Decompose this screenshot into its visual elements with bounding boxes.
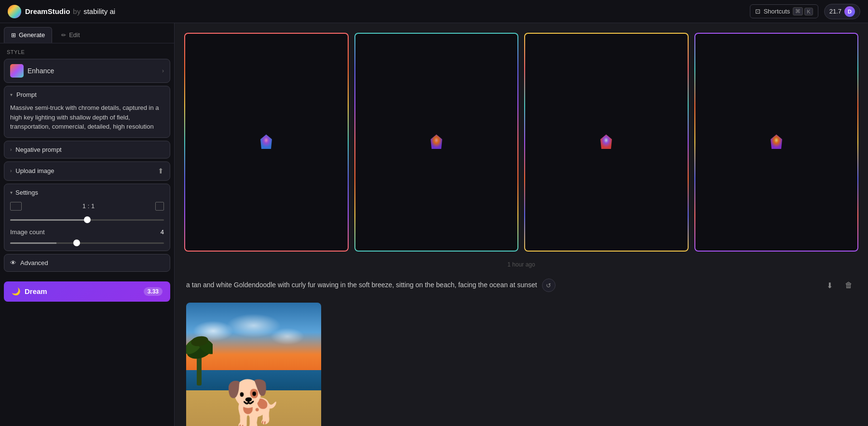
user-avatar: D [844,6,855,17]
image-count-label: Image count [10,228,45,236]
chevron-right-icon: › [162,67,164,74]
style-section-label: Style [4,49,170,55]
upload-collapse-icon: › [10,168,12,173]
style-selector[interactable]: Enhance › [4,59,170,83]
prompt-row-right: ⬇ 🗑 [822,278,856,293]
advanced-label: Advanced [20,259,48,266]
tab-generate[interactable]: ⊞ Generate [4,27,52,43]
prompt-row-left: a tan and white Goldendoodle with curly … [186,279,816,292]
prompt-label: Prompt [16,91,37,98]
negative-collapse-icon: › [10,147,12,152]
prompt-text[interactable]: Massive semi-truck with chrome details, … [10,103,164,132]
app-logo [8,5,21,18]
gen-card-inner-2 [355,34,518,251]
loading-gem-3 [597,133,615,151]
modifier-key: ⌘ [793,7,803,15]
edit-tab-label: Edit [69,31,80,39]
loading-gem-1 [258,133,275,151]
prompt-collapse-icon: ▾ [10,92,13,97]
prompt-header[interactable]: ▾ Prompt [4,86,170,103]
upload-label: Upload image [15,167,54,174]
header-left: DreamStudio by stability ai [8,5,115,18]
advanced-section[interactable]: 👁 Advanced [4,254,170,272]
advanced-header: 👁 Advanced [10,259,164,266]
keyboard-shortcut: ⌘ K [793,7,813,15]
credits-display[interactable]: 21.7 D [824,4,860,19]
dog-emoji: 🐕 [225,381,283,426]
monitor-icon: ⊡ [755,8,760,15]
aspect-landscape-icon [10,202,22,211]
redo-button[interactable]: ↺ [542,279,556,292]
prompt-display-text: a tan and white Goldendoodle with curly … [186,280,537,290]
dream-label: Dream [25,287,47,295]
aspect-ratio-row: 1 : 1 [10,202,164,211]
main-layout: ⊞ Generate ✏ Edit Style Enhance › ▾ [0,23,868,426]
loading-gem-4 [768,133,785,151]
settings-section: ▾ Settings 1 : 1 Image count 4 [4,184,170,251]
negative-prompt-label: Negative prompt [15,146,61,153]
style-selector-left: Enhance [10,64,54,78]
gen-card-1[interactable] [184,33,349,252]
loading-gem-2 [428,133,445,151]
upload-icon: ⬆ [158,167,164,175]
upload-left: › Upload image [10,167,54,174]
eye-icon: 👁 [10,259,16,266]
upload-section[interactable]: › Upload image ⬆ [4,161,170,181]
timestamp: 1 hour ago [184,261,858,268]
content-area: 1 hour ago a tan and white Goldendoodle … [175,23,868,426]
credits-value: 21.7 [829,8,841,15]
dream-button[interactable]: 🌙 Dream 3.33 [4,281,170,302]
shortcut-key: K [804,8,813,15]
dog-image-card[interactable]: 🐕 [186,303,321,426]
gen-card-4[interactable] [694,33,859,252]
prompt-section: ▾ Prompt Massive semi-truck with chrome … [4,86,170,138]
aspect-portrait-icon [155,202,164,211]
gen-card-inner-1 [185,34,348,251]
aspect-ratio-label: 1 : 1 [82,202,95,210]
tab-bar: ⊞ Generate ✏ Edit [0,23,174,43]
shortcuts-label: Shortcuts [763,8,790,15]
shortcuts-button[interactable]: ⊡ Shortcuts ⌘ K [750,4,818,18]
edit-tab-icon: ✏ [61,32,66,39]
generate-tab-icon: ⊞ [11,32,16,39]
prompt-display-row: a tan and white Goldendoodle with curly … [184,278,858,293]
stability-brand: stability ai [83,7,115,15]
aspect-ratio-slider[interactable] [10,219,164,221]
image-count-value: 4 [161,228,164,236]
generated-images-row: 🐕 [184,303,858,426]
download-button[interactable]: ⬇ [822,278,837,293]
delete-button[interactable]: 🗑 [841,278,856,293]
moon-icon: 🌙 [12,287,21,296]
style-name: Enhance [27,67,54,75]
negative-prompt-section: › Negative prompt [4,141,170,159]
prompt-body: Massive semi-truck with chrome details, … [4,103,170,137]
generate-tab-label: Generate [19,31,45,39]
app-header: DreamStudio by stability ai ⊡ Shortcuts … [0,0,868,23]
gen-card-inner-4 [695,34,858,251]
style-thumbnail [10,64,24,78]
gen-card-inner-3 [525,34,688,251]
dream-button-left: 🌙 Dream [12,287,47,296]
negative-prompt-header[interactable]: › Negative prompt [4,141,170,158]
gen-card-2[interactable] [354,33,519,252]
image-count-slider[interactable] [10,242,164,244]
gen-card-3[interactable] [524,33,689,252]
dream-cost: 3.33 [144,287,163,296]
settings-header[interactable]: ▾ Settings [10,189,164,196]
brand-separator: by [73,7,81,15]
settings-collapse-icon: ▾ [10,190,13,195]
palm-tree [186,323,213,386]
dog-image-canvas: 🐕 [186,303,321,426]
generation-grid [184,33,858,252]
settings-label: Settings [15,189,38,196]
tab-edit[interactable]: ✏ Edit [54,27,87,43]
image-count-row: Image count 4 [10,228,164,236]
sidebar-content: Style Enhance › ▾ Prompt Massive semi-tr… [0,43,174,278]
header-right: ⊡ Shortcuts ⌘ K 21.7 D [750,4,860,19]
app-brand: DreamStudio by stability ai [25,7,115,15]
app-name: DreamStudio [25,7,70,15]
sidebar: ⊞ Generate ✏ Edit Style Enhance › ▾ [0,23,175,426]
